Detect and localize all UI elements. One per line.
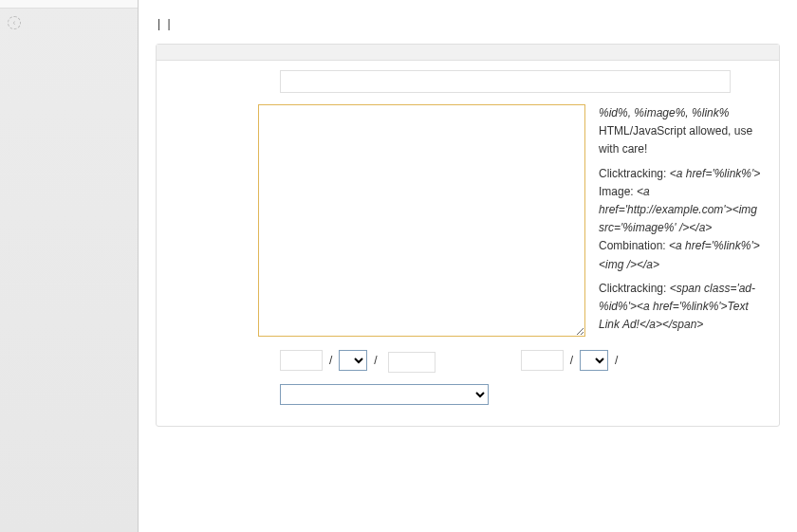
from-month-select[interactable]: [339, 350, 367, 371]
sub-navigation: | |: [156, 17, 780, 30]
main-content: | |: [139, 0, 797, 532]
adcode-label: [166, 104, 258, 108]
collapse-icon: ‹: [8, 16, 21, 29]
activate-label: [166, 384, 280, 388]
collapse-menu[interactable]: ‹: [0, 9, 138, 37]
title-input[interactable]: [280, 70, 731, 93]
admin-sidebar: ‹: [0, 0, 139, 532]
adcode-textarea[interactable]: [258, 104, 585, 337]
title-label: [166, 70, 280, 74]
display-from-label: [166, 348, 280, 352]
panel-header: [157, 45, 779, 61]
from-day-input[interactable]: [280, 350, 323, 371]
until-day-input[interactable]: [521, 350, 564, 371]
activate-select[interactable]: [280, 384, 489, 405]
from-year-input[interactable]: [388, 352, 436, 373]
basics-panel: %id%, %image%, %link%HTML/JavaScript all…: [156, 44, 780, 427]
adcode-help: %id%, %image%, %link%HTML/JavaScript all…: [599, 104, 769, 337]
until-month-select[interactable]: [580, 350, 608, 371]
